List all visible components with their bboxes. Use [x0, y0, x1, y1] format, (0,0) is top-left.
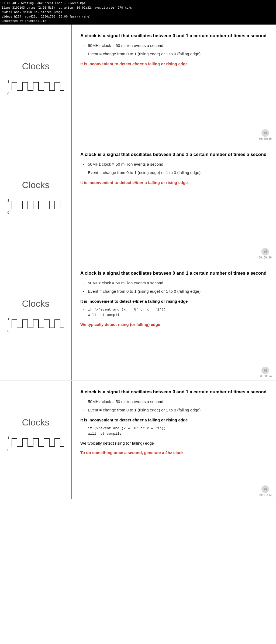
slide-1-bullets: 50MHz clock = 50 million events a second…: [83, 43, 268, 57]
axis4-1-label: 1: [8, 436, 9, 440]
slide-1-timestamp-icon: [261, 129, 269, 137]
slide-1-bullet-2: Event = change from 0 to 1 (rising edge)…: [83, 51, 268, 57]
slide-3-code-bullets: if (x'event and (x = '0' or x = '1'))wil…: [83, 307, 268, 318]
slide-4-code-bullets: if (x'event and (x = '0' or x = '1'))wil…: [83, 425, 268, 436]
slide-2: Clocks 1 0 A clock is a signal that osci…: [0, 143, 276, 262]
slide-3-timestamp-text: 00:00:54: [259, 375, 272, 378]
clock-wave-svg-4: [12, 436, 64, 449]
slide-3-extra-red: We typically detect rising (or falling) …: [80, 322, 268, 327]
slide-4: Clocks 1 0 A clock is a signal that osci…: [0, 381, 276, 499]
slide-4-title: Clocks: [22, 417, 49, 428]
slide-4-code-text-1: if (x'event and (x = '0' or x = '1')): [88, 426, 166, 430]
slide-1-highlight-red: It is inconvenient to detect either a fa…: [80, 61, 268, 67]
slide-3-bullet-1: 50MHz clock = 50 million events a second: [83, 280, 268, 286]
file-info-line5: Generated by Thumbnail.me: [2, 19, 274, 23]
slide-3-code-text-1b: will not compile: [88, 313, 122, 317]
slide-3-timestamp-icon: [261, 367, 269, 374]
slide-3-right: A clock is a signal that oscillates betw…: [72, 262, 276, 380]
play-icon-4: [263, 487, 267, 491]
slide-1-bullet-1: 50MHz clock = 50 million events a second: [83, 43, 268, 48]
slide-4-timestamp: 00:01:12: [259, 485, 272, 496]
slide-4-code-bullet-1: if (x'event and (x = '0' or x = '1'))wil…: [83, 425, 268, 436]
file-info-line2: Size: 3102103 bytes (2.96 MiB), duration…: [2, 6, 274, 10]
clock-wave-svg-3: [12, 317, 64, 330]
slide-4-bullet-1: 50MHz clock = 50 million events a second: [83, 399, 268, 404]
slide-1-title: Clocks: [22, 61, 49, 71]
slide-3-highlight-black: It is inconvenient to detect either a fa…: [80, 298, 268, 304]
slide-2-timestamp-text: 00:00:36: [259, 256, 272, 259]
play-icon-3: [263, 369, 267, 372]
slide-4-bullets: 50MHz clock = 50 million events a second…: [83, 399, 268, 413]
play-icon-1: [263, 131, 267, 135]
axis-1-label: 1: [8, 80, 9, 84]
slide-2-timestamp: 00:00:36: [259, 248, 272, 259]
slide-4-italic: either: [132, 418, 143, 422]
slide-4-bullet-2: Event = change from 0 to 1 (rising edge)…: [83, 407, 268, 413]
slide-2-left: Clocks 1 0: [0, 143, 72, 262]
slide-3-code-bullet-1: if (x'event and (x = '0' or x = '1'))wil…: [83, 307, 268, 318]
axis-0-label: 0: [8, 92, 9, 96]
slide-1-timestamp: 00:00:30: [259, 129, 272, 140]
play-icon-2: [263, 250, 267, 254]
slide-4-right: A clock is a signal that oscillates betw…: [72, 381, 276, 499]
clock-wave-svg-1: [12, 80, 64, 93]
slide-4-timestamp-icon: [261, 485, 269, 493]
slide-4-code-text-1b: will not compile: [88, 432, 122, 436]
slide-2-bullet-2: Event = change from 0 to 1 (rising edge)…: [83, 170, 268, 175]
slide-3-title: Clocks: [22, 298, 49, 309]
axis2-0-label: 0: [8, 210, 9, 214]
slide-3-timestamp: 00:00:54: [259, 367, 272, 378]
slide-3-left: Clocks 1 0: [0, 262, 72, 380]
slide-1-timestamp-text: 00:00:30: [259, 137, 272, 140]
clock-diagram-4: 1 0: [8, 436, 64, 452]
slide-1-heading: A clock is a signal that oscillates betw…: [80, 33, 268, 39]
slide-1-italic: either: [132, 62, 143, 66]
slide-2-bullets: 50MHz clock = 50 million events a second…: [83, 161, 268, 175]
slide-3-bullet-2: Event = change from 0 to 1 (rising edge)…: [83, 288, 268, 294]
clock-diagram-1: 1 0: [8, 80, 64, 96]
slide-2-right: A clock is a signal that oscillates betw…: [72, 143, 276, 262]
slide-2-italic: either: [132, 180, 143, 185]
slide-3-bullets: 50MHz clock = 50 million events a second…: [83, 280, 268, 294]
slide-4-extra-red: To do something once a second, generate …: [80, 450, 268, 455]
axis2-1-label: 1: [8, 198, 9, 202]
slide-2-heading: A clock is a signal that oscillates betw…: [80, 151, 268, 158]
slide-2-bullet-1: 50MHz clock = 50 million events a second: [83, 161, 268, 167]
slide-2-title: Clocks: [22, 180, 49, 190]
axis3-0-label: 0: [8, 329, 9, 333]
file-info-line3: Audio: aac, 44100 Hz, stereo (eng): [2, 10, 274, 15]
slide-3-code-text-1: if (x'event and (x = '0' or x = '1')): [88, 308, 166, 312]
axis4-0-label: 0: [8, 448, 9, 452]
slide-4-highlight-black: It is inconvenient to detect either a fa…: [80, 417, 268, 423]
slide-4-heading: A clock is a signal that oscillates betw…: [80, 389, 268, 395]
file-info-line4: Video: h264, yuv420p, 1280x720, 30.00 fp…: [2, 15, 274, 19]
slide-2-timestamp-icon: [261, 248, 269, 255]
clock-diagram-3: 1 0: [8, 317, 64, 333]
slide-3-heading: A clock is a signal that oscillates betw…: [80, 270, 268, 277]
clock-diagram-2: 1 0: [8, 198, 64, 214]
slide-2-highlight-red: It is inconvenient to detect either a fa…: [80, 180, 268, 185]
slide-4-extra-black: We typically detect rising (or falling) …: [80, 440, 268, 446]
file-info-bar: File: 40 - Writing Concurrent Code - Clo…: [0, 0, 276, 25]
slide-3-italic: either: [132, 299, 143, 304]
slide-1-left: Clocks 1 0: [0, 25, 72, 143]
clock-wave-svg-2: [12, 198, 64, 212]
slide-1-right: A clock is a signal that oscillates betw…: [72, 25, 276, 143]
axis3-1-label: 1: [8, 317, 9, 321]
slide-3: Clocks 1 0 A clock is a signal that osci…: [0, 262, 276, 381]
slide-4-left: Clocks 1 0: [0, 381, 72, 499]
slide-1: Clocks 1 0 A clock is a signal that osci…: [0, 25, 276, 143]
file-info-line1: File: 40 - Writing Concurrent Code - Clo…: [2, 1, 274, 6]
slide-4-timestamp-text: 00:01:12: [259, 493, 272, 496]
